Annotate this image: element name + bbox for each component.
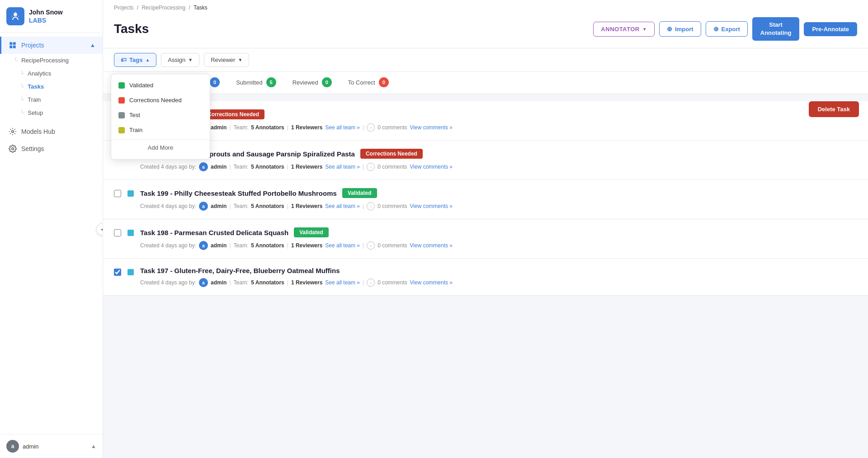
task-199-comment-icon: ○	[367, 202, 375, 210]
export-plus-icon: ⊕	[713, 25, 719, 33]
task-199-badge: Validated	[342, 188, 377, 198]
tab-submitted-label: Submitted	[236, 79, 263, 86]
task-199-body: Task 199 - Philly Cheesesteak Stuffed Po…	[140, 188, 857, 211]
task-197-title: Task 197 - Gluten-Free, Dairy-Free, Blue…	[140, 267, 340, 274]
task-197-see-all-link[interactable]: See all team »	[325, 279, 360, 286]
task-199-color-dot	[127, 190, 134, 197]
delete-task-button[interactable]: Delete Task	[809, 101, 859, 117]
task-197-checkbox[interactable]	[114, 269, 121, 276]
breadcrumb-projects[interactable]: Projects	[114, 5, 133, 11]
export-button[interactable]: ⊕ Export	[706, 21, 748, 37]
task-200-body: Task 200 - Brussels Sprouts and Sausage …	[140, 149, 857, 171]
task-list-area: Delete Task Task 201 - Yomari Correction…	[103, 94, 868, 458]
nav-tree-analytics[interactable]: Analytics	[7, 67, 103, 80]
page-title: Tasks	[114, 22, 149, 36]
tags-chevron-icon: ▲	[145, 57, 150, 62]
table-row: Task 201 - Yomari Corrections Needed Cre…	[103, 101, 868, 141]
start-annotating-button[interactable]: Start Annotating	[752, 17, 800, 41]
sidebar-bottom: a admin ▲	[0, 434, 103, 458]
task-197-author-avatar: a	[199, 278, 208, 287]
sidebar-collapse-button[interactable]: ◀	[96, 223, 103, 236]
task-200-view-comments-link[interactable]: View comments »	[410, 164, 453, 170]
chevron-up-icon: ▲	[90, 42, 95, 48]
tag-validated-label: Validated	[129, 82, 153, 89]
tag-corrections-dot	[118, 97, 125, 104]
nav-tree-train[interactable]: Train	[7, 93, 103, 106]
task-197-color-dot	[127, 269, 134, 275]
annotator-button[interactable]: ANNOTATOR ▼	[593, 22, 655, 37]
tab-reviewed-label: Reviewed	[292, 79, 318, 86]
task-198-see-all-link[interactable]: See all team »	[325, 242, 360, 249]
annotator-label: ANNOTATOR	[601, 26, 639, 33]
page-header: Tasks ANNOTATOR ▼ ⊕ Import ⊕ Export Star…	[114, 14, 857, 48]
sidebar-item-settings[interactable]: Settings	[0, 140, 103, 157]
tab-reviewed[interactable]: Reviewed 0	[285, 72, 339, 94]
assign-label: Assign	[168, 57, 185, 63]
tag-validated-dot	[118, 82, 125, 89]
task-197-title-row: Task 197 - Gluten-Free, Dairy-Free, Blue…	[140, 267, 857, 274]
tab-in-progress-badge: 0	[210, 77, 220, 87]
task-197-body: Task 197 - Gluten-Free, Dairy-Free, Blue…	[140, 267, 857, 287]
sidebar-item-projects[interactable]: Projects ▲	[0, 37, 103, 54]
tags-button[interactable]: 🏷 Tags ▲	[114, 53, 156, 67]
task-201-badge: Corrections Needed	[202, 109, 264, 119]
task-198-meta: Created 4 days ago by: a admin | Team: 5…	[140, 241, 857, 250]
top-header: Projects / RecipeProcessing / Tasks Task…	[103, 0, 868, 48]
admin-chevron-icon: ▲	[91, 443, 96, 449]
reviewer-chevron-icon: ▼	[238, 57, 242, 62]
projects-icon	[9, 41, 17, 49]
logo-text: John Snow LABS	[29, 8, 63, 24]
svg-point-6	[12, 148, 14, 150]
nav-tree-projects: RecipeProcessing Analytics Tasks Train S…	[0, 54, 103, 119]
assign-chevron-icon: ▼	[188, 57, 193, 62]
admin-avatar: a	[6, 440, 19, 453]
task-198-view-comments-link[interactable]: View comments »	[410, 242, 453, 249]
task-201-title-row: Task 201 - Yomari Corrections Needed	[140, 109, 857, 119]
assign-button[interactable]: Assign ▼	[161, 53, 199, 67]
table-row: Task 198 - Parmesan Crusted Delicata Squ…	[103, 219, 868, 259]
tab-to-correct[interactable]: To Correct 0	[341, 72, 396, 94]
svg-point-0	[14, 13, 17, 16]
status-tabs: Complete 196 In Progress 0 Submitted 5 R…	[103, 72, 868, 94]
task-199-checkbox[interactable]	[114, 190, 121, 197]
sidebar-nav: Projects ▲ RecipeProcessing Analytics Ta…	[0, 33, 103, 161]
tag-validated-item[interactable]: Validated	[111, 78, 210, 93]
tag-test-dot	[118, 112, 125, 118]
task-198-badge: Validated	[294, 227, 329, 237]
tag-corrections-item[interactable]: Corrections Needed	[111, 93, 210, 108]
svg-rect-1	[9, 42, 12, 45]
import-button[interactable]: ⊕ Import	[659, 21, 701, 37]
reviewer-button[interactable]: Reviewer ▼	[204, 53, 249, 67]
pre-annotate-button[interactable]: Pre-Annotate	[804, 22, 857, 36]
nav-tree-setup[interactable]: Setup	[7, 106, 103, 119]
task-200-badge: Corrections Needed	[360, 149, 423, 159]
gear-icon	[9, 145, 17, 153]
import-plus-icon: ⊕	[667, 25, 672, 33]
task-200-see-all-link[interactable]: See all team »	[325, 164, 360, 170]
breadcrumb-recipe-processing[interactable]: RecipeProcessing	[142, 5, 185, 11]
nav-tree-tasks[interactable]: Tasks	[7, 80, 103, 93]
sidebar-item-models-hub[interactable]: Models Hub	[0, 123, 103, 140]
task-199-view-comments-link[interactable]: View comments »	[410, 203, 453, 209]
tab-submitted[interactable]: Submitted 5	[229, 72, 283, 94]
tag-test-item[interactable]: Test	[111, 108, 210, 123]
nav-tree-recipe-processing[interactable]: RecipeProcessing	[7, 54, 103, 67]
table-row: Task 200 - Brussels Sprouts and Sausage …	[103, 141, 868, 180]
task-198-checkbox[interactable]	[114, 229, 121, 236]
task-200-title-row: Task 200 - Brussels Sprouts and Sausage …	[140, 149, 857, 159]
task-201-see-all-link[interactable]: See all team »	[325, 124, 360, 131]
settings-label: Settings	[21, 145, 44, 152]
task-201-meta: Created 4 days ago by: a admin | Team: 5…	[140, 123, 857, 132]
tags-label: Tags	[129, 57, 142, 63]
task-201-body: Task 201 - Yomari Corrections Needed Cre…	[140, 109, 857, 132]
task-197-view-comments-link[interactable]: View comments »	[410, 279, 453, 286]
tab-to-correct-badge: 0	[379, 77, 389, 87]
chevron-left-icon: ◀	[101, 226, 104, 232]
tag-train-item[interactable]: Train	[111, 123, 210, 137]
task-197-comment-icon: ○	[367, 279, 375, 287]
reviewer-label: Reviewer	[211, 57, 235, 63]
task-199-see-all-link[interactable]: See all team »	[325, 203, 360, 209]
task-201-view-comments-link[interactable]: View comments »	[410, 124, 453, 131]
add-more-tags-button[interactable]: Add More	[111, 139, 210, 156]
header-actions: ANNOTATOR ▼ ⊕ Import ⊕ Export Start Anno…	[593, 17, 857, 41]
